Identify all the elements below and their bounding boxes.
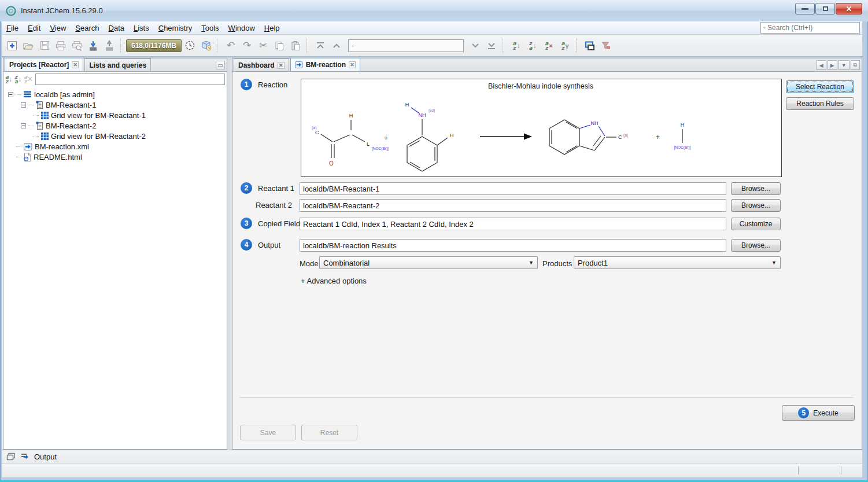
main-toolbar: 618,0/1176MB ↶ ↷ ✂ xyxy=(2,35,862,57)
panel-splitter[interactable] xyxy=(227,58,232,450)
scroll-up-button[interactable] xyxy=(328,38,345,54)
mode-label: Mode xyxy=(300,259,319,268)
copy-button[interactable] xyxy=(271,38,287,54)
save-button[interactable] xyxy=(36,38,53,54)
reactant2-browse-button[interactable]: Browse... xyxy=(731,199,781,212)
sort-clear-icon: az× xyxy=(545,41,553,50)
form-selector-combobox[interactable]: - xyxy=(348,39,464,52)
scroll-down-button[interactable] xyxy=(467,38,483,54)
collapse-toggle-icon[interactable] xyxy=(21,102,26,108)
copied-fields-input[interactable] xyxy=(300,218,726,230)
tree-sort-za-button[interactable]: za↓ xyxy=(14,75,21,84)
clear-sort-button[interactable]: az× xyxy=(541,38,557,54)
paste-button[interactable] xyxy=(287,38,304,54)
memory-indicator[interactable]: 618,0/1176MB xyxy=(126,39,182,52)
table-icon xyxy=(36,122,43,130)
select-reaction-button[interactable]: Select Reaction xyxy=(786,80,854,93)
reactant2-input[interactable] xyxy=(300,199,726,212)
menu-window[interactable]: Window xyxy=(224,23,260,34)
reactant1-input[interactable] xyxy=(300,182,726,195)
execute-button[interactable]: 5 Execute xyxy=(782,405,855,421)
print-preview-button[interactable] xyxy=(69,38,85,54)
reset-form-button[interactable]: Reset xyxy=(301,425,357,440)
output-browse-button[interactable]: Browse... xyxy=(731,239,781,252)
panel-minimize-button[interactable]: ▭ xyxy=(216,61,225,69)
tab-bm-reaction[interactable]: BM-reaction ✕ xyxy=(290,58,360,71)
tree-filter-input[interactable] xyxy=(35,73,225,85)
export-button[interactable] xyxy=(101,38,117,54)
collapse-toggle-icon[interactable] xyxy=(21,123,26,128)
toolbar-separator xyxy=(503,39,507,53)
open-project-button[interactable] xyxy=(20,38,36,54)
database-schedule-button[interactable] xyxy=(198,38,214,54)
sort-descending-button[interactable]: za↓ xyxy=(525,38,541,54)
minimize-icon xyxy=(801,8,808,10)
tree-node-localdb[interactable]: localdb [as admin] xyxy=(3,89,227,100)
tab-close-icon[interactable]: ✕ xyxy=(278,62,285,69)
tree-node-bm-reactant-2[interactable]: BM-Reactant-2 xyxy=(3,120,227,131)
scroll-tabs-left-button[interactable]: ◀ xyxy=(817,60,826,70)
output-window-icon[interactable] xyxy=(20,452,29,461)
undo-button[interactable]: ↶ xyxy=(223,38,239,54)
cut-button[interactable]: ✂ xyxy=(255,38,271,54)
sort-ascending-button[interactable]: az↓ xyxy=(508,38,525,54)
mode-combobox[interactable]: Combinatorial▼ xyxy=(319,256,538,269)
maximize-editor-button[interactable]: ⧉ xyxy=(851,60,860,70)
menu-search[interactable]: Search xyxy=(71,23,104,34)
menu-view[interactable]: View xyxy=(45,23,71,34)
reaction-rules-button[interactable]: Reaction Rules xyxy=(786,97,854,110)
advanced-options-toggle[interactable]: + Advanced options xyxy=(301,277,367,285)
collapse-top-button[interactable] xyxy=(312,38,328,54)
products-combobox[interactable]: Product1▼ xyxy=(574,256,781,269)
scroll-tabs-right-button[interactable]: ▶ xyxy=(828,60,837,70)
tree-sort-clear-button[interactable]: az× xyxy=(24,74,32,84)
tree-node-grid-view-2[interactable]: Grid view for BM-Reactant-2 xyxy=(3,131,227,141)
save-form-button[interactable]: Save xyxy=(240,425,296,440)
tree-node-readme-html[interactable]: README.html xyxy=(3,152,227,162)
minimize-button[interactable] xyxy=(795,3,815,14)
menu-file[interactable]: File xyxy=(2,23,23,34)
redo-icon: ↷ xyxy=(243,41,251,50)
collapse-toggle-icon[interactable] xyxy=(8,92,13,97)
tab-projects[interactable]: Projects [Reactor] ✕ xyxy=(5,58,83,71)
menu-tools[interactable]: Tools xyxy=(197,23,223,34)
tab-lists-and-queries[interactable]: Lists and queries xyxy=(84,58,151,71)
reactant1-browse-button[interactable]: Browse... xyxy=(731,182,781,195)
maximize-button[interactable] xyxy=(815,3,835,14)
toolbar-separator xyxy=(576,39,580,53)
tab-close-icon[interactable]: ✕ xyxy=(349,61,356,68)
menu-lists[interactable]: Lists xyxy=(129,23,154,34)
copied-fields-label: Copied Fields xyxy=(258,219,304,228)
filter-button[interactable] xyxy=(598,38,614,54)
search-input[interactable] xyxy=(767,24,857,32)
sort-settings-button[interactable]: azγ xyxy=(557,38,573,54)
tree-sort-az-button[interactable]: az↓ xyxy=(5,75,12,84)
window-restore-icon[interactable] xyxy=(6,452,16,461)
reaction-scheme-box[interactable]: Bischler-Mohlau indole synthesis (a) C O xyxy=(301,79,782,177)
menu-help[interactable]: Help xyxy=(260,23,285,34)
windows-view-button[interactable] xyxy=(582,38,598,54)
tree-node-bm-reactant-1[interactable]: BM-Reactant-1 xyxy=(3,100,227,110)
tree-node-bm-reaction-xml[interactable]: BM-reaction.xml xyxy=(3,141,227,152)
output-bar-label[interactable]: Output xyxy=(34,452,57,461)
menu-chemistry[interactable]: Chemistry xyxy=(154,23,197,34)
redo-button[interactable]: ↷ xyxy=(239,38,255,54)
scroll-bottom-button[interactable] xyxy=(483,38,500,54)
menu-edit[interactable]: Edit xyxy=(23,23,45,34)
output-input[interactable] xyxy=(300,239,726,252)
print-button[interactable] xyxy=(53,38,69,54)
menu-data[interactable]: Data xyxy=(104,23,129,34)
close-button[interactable]: ✕ xyxy=(836,3,862,14)
tab-list-dropdown-button[interactable]: ▼ xyxy=(839,60,849,70)
import-button[interactable] xyxy=(85,38,101,54)
database-icon xyxy=(23,91,32,98)
tab-close-icon[interactable]: ✕ xyxy=(72,61,79,68)
project-tree: localdb [as admin] BM-Reactant-1 xyxy=(3,87,227,449)
gc-clock-button[interactable] xyxy=(182,38,198,54)
search-icon[interactable] xyxy=(763,24,766,32)
customize-button[interactable]: Customize xyxy=(731,218,781,230)
new-file-button[interactable] xyxy=(4,38,20,54)
tree-node-grid-view-1[interactable]: Grid view for BM-Reactant-1 xyxy=(3,110,227,120)
tab-dashboard[interactable]: Dashboard ✕ xyxy=(234,58,289,71)
form-separator xyxy=(239,397,854,398)
